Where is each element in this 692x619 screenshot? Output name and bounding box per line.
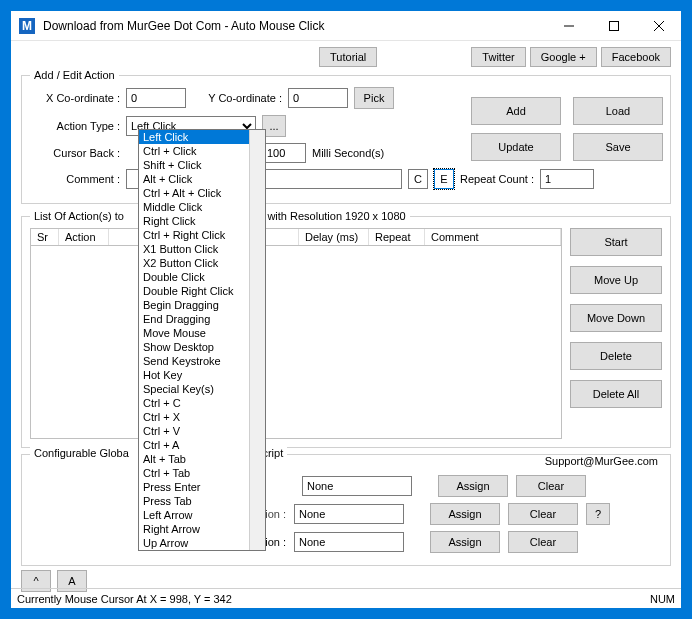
x-input[interactable] xyxy=(126,88,186,108)
comment-label: Comment : xyxy=(30,173,120,185)
gmcp-input[interactable] xyxy=(294,504,404,524)
dropdown-item[interactable]: Double Right Click xyxy=(139,284,249,298)
repeat-label: Repeat Count : xyxy=(460,173,534,185)
cursor-back-label: Cursor Back : xyxy=(30,147,120,159)
dropdown-item[interactable]: Right Click xyxy=(139,214,249,228)
col-action[interactable]: Action xyxy=(59,229,109,245)
delete-button[interactable]: Delete xyxy=(570,342,662,370)
save-button[interactable]: Save xyxy=(573,133,663,161)
titlebar: M Download from MurGee Dot Com - Auto Mo… xyxy=(11,11,681,41)
dropdown-item[interactable]: Ctrl + Tab xyxy=(139,466,249,480)
dropdown-item[interactable]: Begin Dragging xyxy=(139,298,249,312)
list-side-buttons: Start Move Up Move Down Delete Delete Al… xyxy=(570,228,662,439)
dropdown-item[interactable]: Move Mouse xyxy=(139,326,249,340)
update-button[interactable]: Update xyxy=(471,133,561,161)
twitter-button[interactable]: Twitter xyxy=(471,47,525,67)
col-sr[interactable]: Sr xyxy=(31,229,59,245)
google-button[interactable]: Google + xyxy=(530,47,597,67)
gmcp-assign-button[interactable]: Assign xyxy=(430,503,500,525)
x-label: X Co-ordinate : xyxy=(30,92,120,104)
moveup-button[interactable]: Move Up xyxy=(570,266,662,294)
maximize-button[interactable] xyxy=(591,11,636,41)
action-type-label: Action Type : xyxy=(30,120,120,132)
col-delay[interactable]: Delay (ms) xyxy=(299,229,369,245)
startstop-assign-button[interactable]: Assign xyxy=(430,531,500,553)
minimize-button[interactable] xyxy=(546,11,591,41)
repeat-input[interactable] xyxy=(540,169,594,189)
add-edit-legend: Add / Edit Action xyxy=(30,69,119,81)
table-header: Sr Action ck Delay (ms) Repeat Comment xyxy=(31,229,561,246)
support-link[interactable]: Support@MurGee.com xyxy=(545,455,658,467)
dropdown-item[interactable]: Ctrl + Click xyxy=(139,144,249,158)
dropdown-item[interactable]: Alt + Click xyxy=(139,172,249,186)
dropdown-item[interactable]: Right Arrow xyxy=(139,522,249,536)
delay-unit: Milli Second(s) xyxy=(312,147,384,159)
dropdown-item[interactable]: Left Arrow xyxy=(139,508,249,522)
e-toggle[interactable]: E xyxy=(434,169,454,189)
list-group: List Of Action(s) to een with Resolution… xyxy=(21,210,671,448)
exec-assign-button[interactable]: Assign xyxy=(438,475,508,497)
deleteall-button[interactable]: Delete All xyxy=(570,380,662,408)
dropdown-item[interactable]: Press Enter xyxy=(139,480,249,494)
status-bar: Currently Mouse Cursor At X = 998, Y = 3… xyxy=(11,588,681,608)
tutorial-button[interactable]: Tutorial xyxy=(319,47,377,67)
window-title: Download from MurGee Dot Com - Auto Mous… xyxy=(43,19,546,33)
actions-table[interactable]: Sr Action ck Delay (ms) Repeat Comment xyxy=(30,228,562,439)
dropdown-item[interactable]: X2 Button Click xyxy=(139,256,249,270)
dropdown-item[interactable]: Double Click xyxy=(139,270,249,284)
dropdown-item[interactable]: Special Key(s) xyxy=(139,382,249,396)
dropdown-item[interactable]: Alt + Tab xyxy=(139,452,249,466)
action-type-dropdown[interactable]: Left ClickCtrl + ClickShift + ClickAlt +… xyxy=(138,129,266,551)
col-repeat[interactable]: Repeat xyxy=(369,229,425,245)
delay-input[interactable] xyxy=(262,143,306,163)
dropdown-item[interactable]: Ctrl + Alt + Click xyxy=(139,186,249,200)
exec-clear-button[interactable]: Clear xyxy=(516,475,586,497)
dropdown-scrollbar[interactable] xyxy=(249,130,265,550)
exec-input[interactable] xyxy=(302,476,412,496)
dropdown-item[interactable]: Ctrl + X xyxy=(139,410,249,424)
startstop-clear-button[interactable]: Clear xyxy=(508,531,578,553)
pick-button[interactable]: Pick xyxy=(354,87,394,109)
dropdown-item[interactable]: Ctrl + V xyxy=(139,424,249,438)
dropdown-item[interactable]: Send Keystroke xyxy=(139,354,249,368)
dropdown-item[interactable]: Ctrl + A xyxy=(139,438,249,452)
dropdown-item[interactable]: Up Arrow xyxy=(139,536,249,550)
dropdown-item[interactable]: X1 Button Click xyxy=(139,242,249,256)
startstop-input[interactable] xyxy=(294,532,404,552)
y-label: Y Co-ordinate : xyxy=(192,92,282,104)
num-indicator: NUM xyxy=(650,593,675,605)
app-icon: M xyxy=(19,18,35,34)
dropdown-item[interactable]: Show Desktop xyxy=(139,340,249,354)
dropdown-item[interactable]: Middle Click xyxy=(139,200,249,214)
facebook-button[interactable]: Facebook xyxy=(601,47,671,67)
action-buttons: Add Load Update Save xyxy=(471,97,663,161)
content: Tutorial Twitter Google + Facebook Add /… xyxy=(11,41,681,592)
load-button[interactable]: Load xyxy=(573,97,663,125)
dropdown-item[interactable]: End Dragging xyxy=(139,312,249,326)
dropdown-item[interactable]: Ctrl + Right Click xyxy=(139,228,249,242)
dropdown-item[interactable]: Ctrl + C xyxy=(139,396,249,410)
cursor-status: Currently Mouse Cursor At X = 998, Y = 3… xyxy=(17,593,232,605)
dropdown-item[interactable]: Shift + Click xyxy=(139,158,249,172)
y-input[interactable] xyxy=(288,88,348,108)
dropdown-item[interactable]: Press Tab xyxy=(139,494,249,508)
close-button[interactable] xyxy=(636,11,681,41)
start-button[interactable]: Start xyxy=(570,228,662,256)
dropdown-item[interactable]: Left Click xyxy=(139,130,249,144)
top-links: Tutorial Twitter Google + Facebook xyxy=(21,47,671,67)
movedown-button[interactable]: Move Down xyxy=(570,304,662,332)
app-window: M Download from MurGee Dot Com - Auto Mo… xyxy=(10,10,682,609)
gmcp-clear-button[interactable]: Clear xyxy=(508,503,578,525)
svg-rect-0 xyxy=(609,21,618,30)
table-body[interactable] xyxy=(31,246,561,438)
dropdown-item[interactable]: Hot Key xyxy=(139,368,249,382)
add-button[interactable]: Add xyxy=(471,97,561,125)
col-comment[interactable]: Comment xyxy=(425,229,561,245)
c-toggle[interactable]: C xyxy=(408,169,428,189)
help-button[interactable]: ? xyxy=(586,503,610,525)
hotkeys-group: Configurable Globa this Script Support@M… xyxy=(21,454,671,566)
